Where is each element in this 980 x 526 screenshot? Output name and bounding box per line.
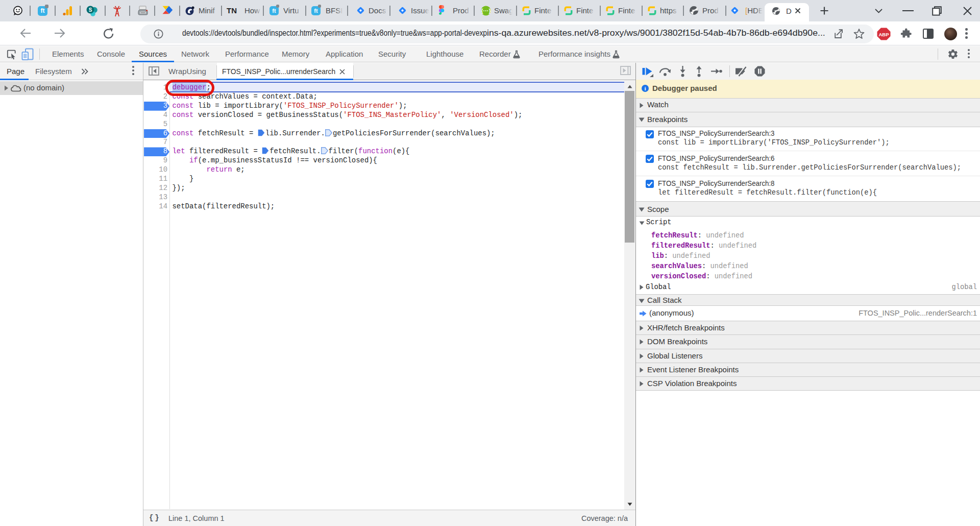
svg-text:ABP: ABP [878,32,889,37]
svg-text:S: S [89,7,92,13]
svg-text:{···}: {···} [481,8,491,14]
